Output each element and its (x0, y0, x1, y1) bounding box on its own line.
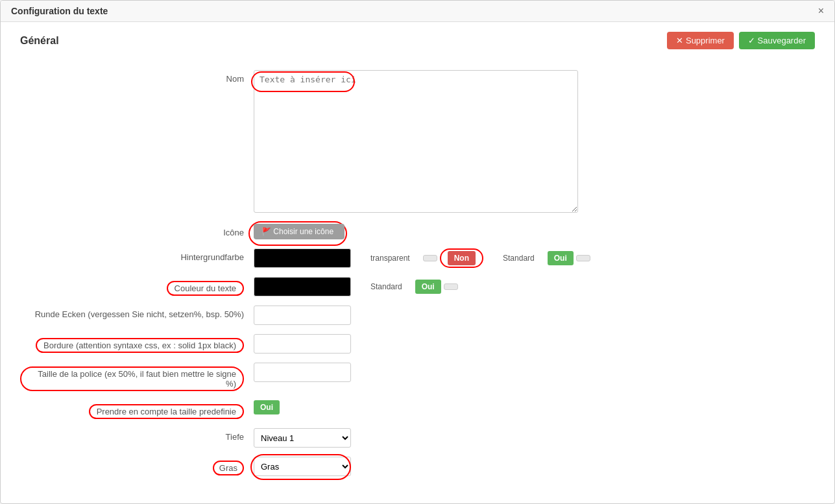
hintergrundfarbe-color-swatch[interactable] (254, 248, 351, 268)
standard-toggle-group: Oui (548, 251, 590, 265)
nom-field-wrapper (254, 70, 578, 215)
transparent-non-button[interactable]: Non (448, 251, 476, 265)
couleur-label: Couleur du texte (20, 277, 254, 296)
standard-oui-button[interactable]: Oui (548, 251, 574, 265)
modal-header: Configuration du texte × (1, 1, 834, 22)
couleur-oui-button[interactable]: Oui (415, 280, 441, 294)
bordure-label-wrapper: Bordure (attention syntaxe css, ex : sol… (20, 334, 254, 353)
form-group-gras: Gras Gras Normal Italic (20, 457, 815, 476)
couleur-standard-label: Standard (370, 282, 402, 291)
form-group-prendre: Prendre en compte la taille predefinie O… (20, 400, 815, 419)
modal-container: Configuration du texte × Général ✕ Suppr… (0, 0, 835, 504)
top-header-row: Général ✕ Supprimer ✓ Sauvegarder (20, 35, 815, 60)
prendre-toggle-group: Oui (254, 400, 280, 414)
sauvegarder-button[interactable]: ✓ Sauvegarder (739, 32, 815, 49)
form-group-runde-ecken: Runde Ecken (vergessen Sie nicht, setzen… (20, 306, 815, 325)
form-group-icone: Icône 🚩 Choisir une icône (20, 224, 815, 239)
transparent-toggle-group: Non (423, 248, 483, 268)
prendre-oui-button[interactable]: Oui (254, 400, 280, 414)
modal-body: Général ✕ Supprimer ✓ Sauvegarder Nom Ic… (1, 22, 834, 498)
runde-ecken-label: Runde Ecken (vergessen Sie nicht, setzen… (20, 306, 254, 319)
form-group-couleur: Couleur du texte Standard Oui (20, 277, 815, 296)
tiefe-select[interactable]: Niveau 1 Niveau 2 Niveau 3 (254, 428, 351, 448)
icone-label: Icône (20, 224, 254, 237)
gras-select[interactable]: Gras Normal Italic (254, 457, 351, 476)
taille-police-input[interactable] (254, 363, 351, 382)
nom-textarea[interactable] (254, 70, 578, 213)
transparent-oui-button[interactable] (423, 255, 437, 261)
modal-close-button[interactable]: × (818, 6, 824, 16)
transparent-label: transparent (370, 254, 410, 263)
couleur-row: Standard Oui (254, 277, 458, 296)
gras-select-wrapper: Gras Normal Italic (254, 457, 351, 476)
taille-police-label-wrapper: Taille de la police (ex 50%, il faut bie… (20, 363, 254, 391)
standard-non-button[interactable] (576, 255, 590, 261)
header-actions: ✕ Supprimer ✓ Sauvegarder (667, 32, 815, 49)
nom-label: Nom (20, 70, 254, 84)
form-group-taille-police: Taille de la police (ex 50%, il faut bie… (20, 363, 815, 391)
couleur-non-button[interactable] (444, 283, 458, 290)
bordure-input[interactable] (254, 334, 351, 354)
non-annotation-wrapper: Non (440, 248, 483, 268)
gras-label-annotation: Gras (213, 461, 244, 475)
section-title: Général (20, 35, 59, 47)
form-group-tiefe: Tiefe Niveau 1 Niveau 2 Niveau 3 (20, 428, 815, 448)
standard-label: Standard (503, 254, 535, 263)
runde-ecken-input[interactable] (254, 306, 351, 325)
bordure-annotation: Bordure (attention syntaxe css, ex : sol… (36, 338, 244, 353)
couleur-texte-swatch[interactable] (254, 277, 351, 296)
form-group-nom: Nom (20, 70, 815, 215)
prendre-annotation: Prendre en compte la taille predefinie (89, 404, 244, 419)
supprimer-button[interactable]: ✕ Supprimer (667, 32, 734, 49)
couleur-annotation: Couleur du texte (167, 281, 244, 296)
tiefe-label: Tiefe (20, 428, 254, 442)
gras-label-wrapper: Gras (20, 457, 254, 475)
choisir-icone-button[interactable]: 🚩 Choisir une icône (254, 224, 345, 239)
prendre-label-wrapper: Prendre en compte la taille predefinie (20, 400, 254, 419)
taille-annotation: Taille de la police (ex 50%, il faut bie… (20, 366, 244, 391)
hintergrundfarbe-label: Hintergrundfarbe (20, 248, 254, 262)
couleur-standard-toggle-group: Oui (415, 280, 458, 294)
modal-title: Configuration du texte (11, 6, 108, 16)
hintergrundfarbe-row: transparent Non Standard Oui (254, 248, 590, 268)
form-group-hintergrundfarbe: Hintergrundfarbe transparent Non Standar… (20, 248, 815, 268)
form-group-bordure: Bordure (attention syntaxe css, ex : sol… (20, 334, 815, 354)
icon-btn-wrapper: 🚩 Choisir une icône (254, 224, 345, 239)
